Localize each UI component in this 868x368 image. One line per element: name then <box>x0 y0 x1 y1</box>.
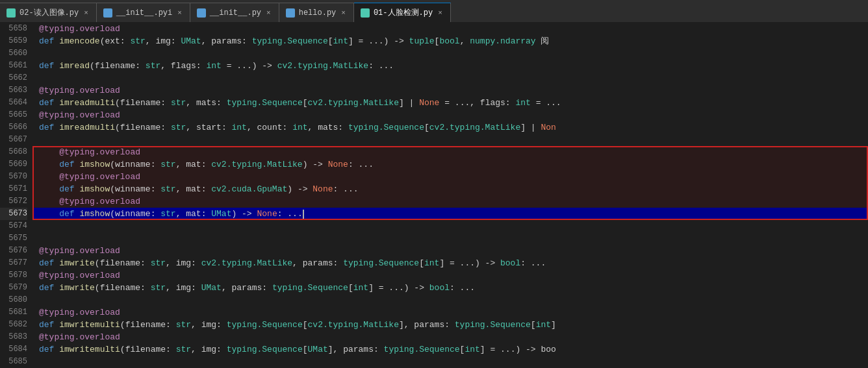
code-line-5672[interactable]: @typing.overload <box>32 195 868 208</box>
code-line-5670[interactable]: @typing.overload <box>32 171 868 183</box>
code-line-5664[interactable]: def imreadmulti(filename: str, mats: typ… <box>32 97 868 109</box>
code-line-5681[interactable]: @typing.overload <box>32 306 868 319</box>
line-num-5677: 5677 <box>0 257 27 269</box>
code-line-5662[interactable] <box>32 72 868 84</box>
code-line-5663[interactable]: @typing.overload <box>32 84 868 97</box>
tab-close-face[interactable]: × <box>437 8 444 18</box>
code-line-5682[interactable]: def imwritemulti(filename: str, img: typ… <box>32 319 868 331</box>
tab-init2[interactable]: __init__.py × <box>190 3 279 22</box>
line-num-5658: 5658 <box>0 23 27 35</box>
code-line-5673[interactable]: def imshow(winname: str, mat: UMat) -> N… <box>32 208 868 220</box>
code-line-5669[interactable]: def imshow(winname: str, mat: cv2.typing… <box>32 158 868 171</box>
code-line-5679[interactable]: def imwrite(filename: str, img: UMat, pa… <box>32 282 868 294</box>
code-line-5660[interactable] <box>32 47 868 60</box>
line-num-5664: 5664 <box>0 97 27 109</box>
line-num-5680: 5680 <box>0 294 27 306</box>
tab-close-hello[interactable]: × <box>340 8 347 18</box>
code-line-5677[interactable]: def imwrite(filename: str, img: cv2.typi… <box>32 257 868 269</box>
tab-icon-02 <box>6 8 16 18</box>
code-line-5684[interactable]: def imwritemulti(filename: str, img: typ… <box>32 343 868 356</box>
line-num-5666: 5666 <box>0 121 27 134</box>
line-num-5662: 5662 <box>0 72 27 84</box>
line-num-5673: 5673 <box>0 208 27 220</box>
line-num-5685: 5685 <box>0 356 27 368</box>
code-line-5674[interactable] <box>32 220 868 232</box>
tab-label-face: 01-人脸检测.py <box>374 7 433 18</box>
line-num-5669: 5669 <box>0 158 27 171</box>
tab-label-init1: __init__.pyi <box>116 8 172 18</box>
code-line-5678[interactable]: @typing.overload <box>32 269 868 282</box>
code-line-5685[interactable] <box>32 356 868 368</box>
code-line-5676[interactable]: @typing.overload <box>32 245 868 257</box>
line-num-5678: 5678 <box>0 269 27 282</box>
tab-face[interactable]: 01-人脸检测.py × <box>354 3 451 22</box>
line-num-5663: 5663 <box>0 84 27 97</box>
tab-label-init2: __init__.py <box>210 8 261 18</box>
code-line-5671[interactable]: def imshow(winname: str, mat: cv2.cuda.G… <box>32 183 868 195</box>
line-num-5671: 5671 <box>0 183 27 195</box>
code-line-5666[interactable]: def imreadmulti(filename: str, start: in… <box>32 121 868 134</box>
code-area[interactable]: @typing.overloaddef imencode(ext: str, i… <box>32 23 868 368</box>
line-num-5660: 5660 <box>0 47 27 60</box>
tab-label-hello: hello.py <box>299 8 337 18</box>
tab-icon-init1 <box>103 8 112 18</box>
tab-icon-face <box>361 8 370 18</box>
line-num-5684: 5684 <box>0 343 27 356</box>
line-numbers: 5658565956605661566256635664566556665667… <box>0 23 32 368</box>
editor: 5658565956605661566256635664566556665667… <box>0 23 868 368</box>
line-num-5661: 5661 <box>0 60 27 72</box>
line-num-5676: 5676 <box>0 245 27 257</box>
line-num-5667: 5667 <box>0 134 27 146</box>
tab-init1[interactable]: __init__.pyi × <box>97 3 190 22</box>
code-line-5675[interactable] <box>32 232 868 245</box>
line-num-5670: 5670 <box>0 171 27 183</box>
line-num-5668: 5668 <box>0 146 27 158</box>
tab-close-init2[interactable]: × <box>265 8 272 18</box>
code-line-5658[interactable]: @typing.overload <box>32 23 868 35</box>
tab-hello[interactable]: hello.py × <box>279 3 354 22</box>
line-num-5679: 5679 <box>0 282 27 294</box>
code-line-5668[interactable]: @typing.overload <box>32 146 868 158</box>
tab-icon-init2 <box>197 8 206 18</box>
line-num-5672: 5672 <box>0 195 27 208</box>
line-num-5659: 5659 <box>0 35 27 47</box>
code-line-5667[interactable] <box>32 134 868 146</box>
tab-02[interactable]: 02-读入图像.py × <box>0 3 97 22</box>
line-num-5674: 5674 <box>0 220 27 232</box>
line-num-5681: 5681 <box>0 306 27 319</box>
tab-close-init1[interactable]: × <box>176 8 183 18</box>
tab-icon-hello <box>286 8 295 18</box>
code-line-5683[interactable]: @typing.overload <box>32 331 868 343</box>
tab-label-02: 02-读入图像.py <box>19 7 79 18</box>
tab-close-02[interactable]: × <box>83 8 90 18</box>
tab-bar: 02-读入图像.py × __init__.pyi × __init__.py … <box>0 0 868 23</box>
line-num-5682: 5682 <box>0 319 27 331</box>
line-num-5665: 5665 <box>0 109 27 121</box>
line-num-5675: 5675 <box>0 232 27 245</box>
code-line-5680[interactable] <box>32 294 868 306</box>
code-line-5659[interactable]: def imencode(ext: str, img: UMat, params… <box>32 35 868 47</box>
line-num-5683: 5683 <box>0 331 27 343</box>
code-line-5665[interactable]: @typing.overload <box>32 109 868 121</box>
code-line-5661[interactable]: def imread(filename: str, flags: int = .… <box>32 60 868 72</box>
